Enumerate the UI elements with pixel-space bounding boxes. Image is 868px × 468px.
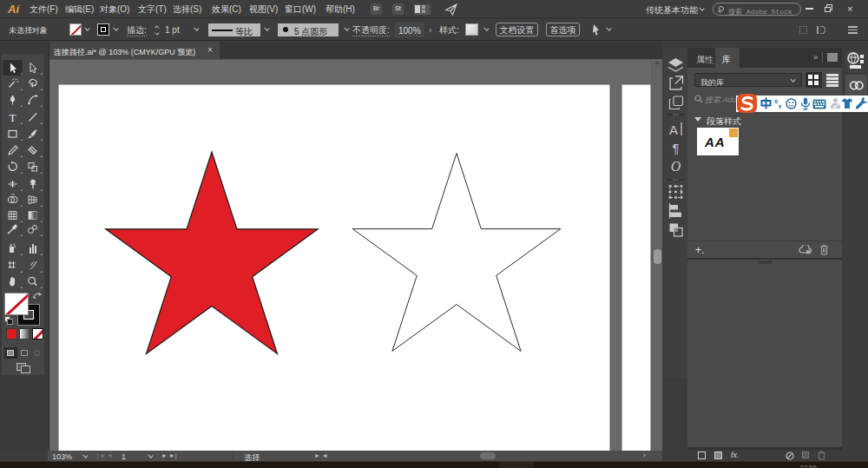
svg-text:¶: ¶ [673, 142, 680, 155]
svg-text:O: O [671, 159, 681, 174]
svg-text:T: T [10, 111, 16, 124]
svg-text:A: A [669, 122, 678, 137]
